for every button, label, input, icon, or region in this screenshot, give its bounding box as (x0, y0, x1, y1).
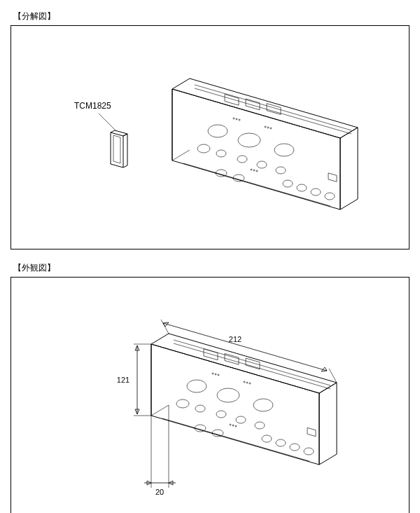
svg-point-52 (232, 425, 234, 426)
svg-point-30 (187, 380, 206, 392)
svg-point-23 (270, 128, 272, 129)
svg-point-32 (253, 399, 273, 411)
svg-point-25 (253, 170, 255, 171)
callout-label: TCM1825 (74, 101, 111, 111)
exploded-view-panel: TCM1825 (10, 25, 410, 249)
svg-point-9 (257, 161, 267, 168)
svg-point-15 (311, 189, 321, 196)
svg-rect-0 (225, 94, 239, 105)
dim-depth-value: 20 (155, 488, 164, 496)
svg-point-40 (262, 435, 272, 442)
svg-point-21 (265, 126, 266, 128)
svg-point-8 (237, 156, 247, 163)
svg-point-42 (290, 444, 300, 451)
external-view-title: 【外観図】 (13, 262, 410, 274)
dimension-width: 212 (161, 320, 337, 383)
svg-point-22 (267, 127, 269, 128)
svg-point-19 (236, 118, 237, 120)
svg-point-10 (276, 167, 286, 174)
exploded-view-drawing: TCM1825 (11, 26, 410, 249)
exploded-view-title: 【分解図】 (13, 11, 410, 22)
svg-point-51 (230, 424, 231, 425)
svg-point-7 (216, 150, 226, 157)
svg-point-45 (212, 373, 214, 374)
svg-point-37 (255, 422, 265, 429)
svg-point-48 (244, 381, 245, 383)
svg-point-6 (197, 144, 210, 153)
dimension-height: 121 (117, 344, 151, 416)
svg-point-4 (238, 133, 260, 147)
svg-point-5 (274, 144, 294, 156)
svg-point-16 (325, 193, 335, 200)
svg-point-41 (276, 439, 286, 446)
svg-point-26 (256, 170, 258, 172)
svg-point-34 (195, 405, 205, 412)
svg-point-14 (297, 184, 307, 191)
svg-point-43 (304, 448, 314, 455)
svg-point-33 (176, 399, 189, 408)
svg-point-3 (208, 125, 227, 137)
svg-point-31 (217, 388, 239, 402)
svg-point-46 (215, 374, 216, 375)
svg-rect-1 (246, 99, 260, 110)
svg-point-50 (249, 383, 251, 384)
external-view-drawing: 212 121 20 (11, 278, 410, 513)
svg-point-24 (251, 169, 252, 170)
svg-point-13 (283, 180, 293, 187)
svg-point-47 (218, 374, 219, 376)
svg-point-36 (236, 416, 246, 423)
svg-point-18 (233, 118, 234, 119)
svg-rect-17 (328, 173, 337, 182)
svg-point-49 (246, 382, 248, 383)
dim-height-value: 121 (117, 376, 130, 384)
svg-point-35 (216, 411, 226, 418)
external-view-panel: 212 121 20 (10, 277, 410, 513)
dim-width-value: 212 (229, 335, 241, 343)
svg-point-20 (239, 119, 240, 121)
dimension-depth: 20 (144, 405, 176, 496)
svg-rect-44 (307, 427, 316, 436)
svg-point-53 (235, 425, 237, 427)
